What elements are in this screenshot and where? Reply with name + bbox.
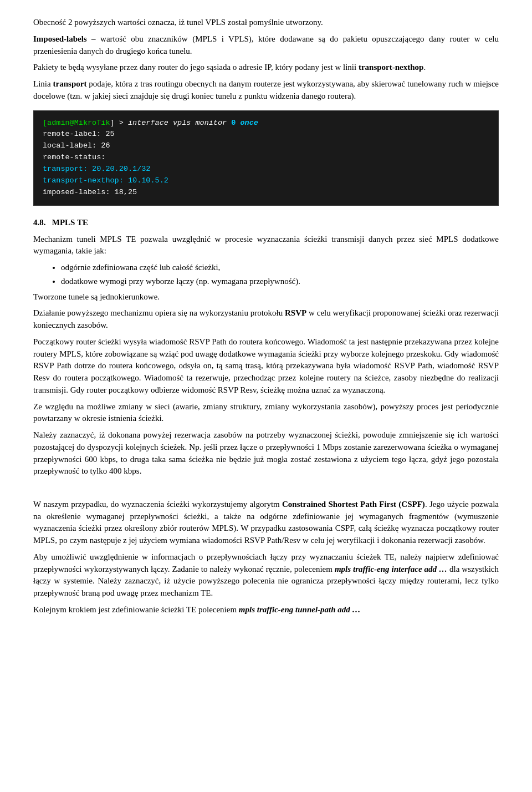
transport-nexthop-term: transport-nexthop [359, 63, 424, 72]
terminal-line-5: transport: 20.20.20.1/32 [43, 164, 489, 175]
section-number: 4.8. [33, 218, 46, 227]
para-cspf: W naszym przypadku, do wyznaczenia ścież… [33, 499, 499, 547]
terminal-block: [admin@MikroTik] > interface vpls monito… [33, 110, 499, 206]
para3-text: Pakiety te będą wysyłane przez dany rout… [33, 63, 359, 72]
bullet-item-1: odgórnie zdefiniowana część lub całość ś… [61, 262, 499, 274]
para-imposed-labels: Imposed-labels – wartość obu znaczników … [33, 33, 499, 58]
te-command-1: mpls traffic-eng interface add … [335, 565, 447, 573]
terminal-line-7: imposed-labels: 18,25 [43, 187, 489, 199]
para-te-tunnel-path: Kolejnym krokiem jest zdefiniowanie ście… [33, 604, 499, 616]
terminal-line-4: remote-status: [43, 152, 489, 164]
para-rsvp-mechanism: Działanie powyższego mechanizmu opiera s… [33, 307, 499, 332]
para-transport-nexthop: Pakiety te będą wysyłane przez dany rout… [33, 62, 499, 74]
para-transport-line: Linia transport podaje, która z tras rou… [33, 78, 499, 103]
terminal-line-2: remote-label: 25 [43, 129, 489, 140]
para-periodic-process: Ze względu na możliwe zmiany w sieci (aw… [33, 401, 499, 425]
para-mpls-te-intro: Mechanizm tuneli MPLS TE pozwala uwzględ… [33, 233, 499, 258]
terminal-host: MikroTik [74, 119, 110, 127]
section-title: MPLS TE [52, 218, 88, 227]
para-tunnels-unidirectional: Tworzone tunele są jednokierunkowe. [33, 291, 499, 303]
te-command-2: mpls traffic-eng tunnel-path add … [239, 605, 361, 614]
imposed-labels-text: – wartość obu znaczników (MPLS i VPLS), … [33, 34, 499, 55]
transport-term: transport [53, 79, 87, 88]
cspf-term: Constrained Shortest Path First (CSPF) [282, 500, 425, 509]
para-vpls-created: Obecność 2 powyższych wartości oznacza, … [33, 17, 499, 29]
main-content: Obecność 2 powyższych wartości oznacza, … [33, 17, 499, 616]
cspf-prefix: W naszym przypadku, do wyznaczenia ścież… [33, 500, 282, 509]
para4-prefix: Linia [33, 79, 53, 88]
para3-suffix: . [423, 63, 426, 72]
para-te-interface: Aby umożliwić uwzględnienie w informacja… [33, 551, 499, 600]
te2-prefix: Kolejnym krokiem jest zdefiniowanie ście… [33, 605, 239, 614]
terminal-user: [admin [43, 119, 70, 127]
requirements-list: odgórnie zdefiniowana część lub całość ś… [61, 262, 499, 288]
section-4-8-heading: 4.8. MPLS TE [33, 217, 499, 229]
para-empty-spacer [33, 482, 499, 494]
imposed-labels-term: Imposed-labels [33, 34, 87, 43]
terminal-line-3: local-label: 26 [43, 140, 489, 152]
rsvp-term: RSVP [285, 308, 306, 317]
terminal-cmd: ] > interface vpls monitor 0 once [110, 119, 258, 127]
terminal-line-6: transport-nexthop: 10.10.5.2 [43, 175, 489, 187]
terminal-line-1: [admin@MikroTik] > interface vpls monito… [43, 118, 489, 129]
para4-suffix: podaje, która z tras routingu obecnych n… [33, 79, 499, 100]
bullet-item-2: dodatkowe wymogi przy wyborze łączy (np.… [61, 276, 499, 288]
terminal-at: @ [70, 119, 74, 127]
para-reservation-note: Należy zaznaczyć, iż dokonana powyżej re… [33, 429, 499, 478]
para-rsvp-path: Początkowy router ścieżki wysyła wiadomo… [33, 336, 499, 397]
